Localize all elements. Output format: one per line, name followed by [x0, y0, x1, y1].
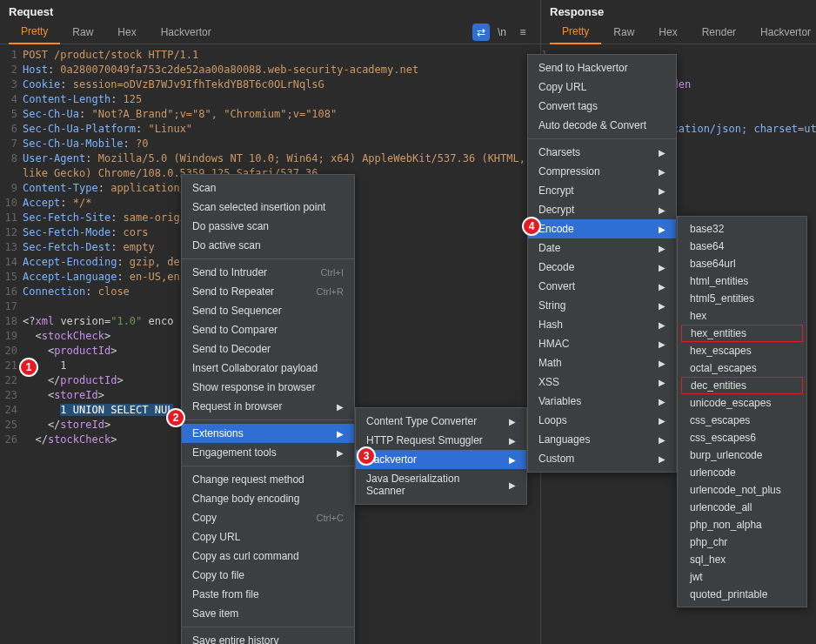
menu-item[interactable]: Change request method: [182, 470, 354, 489]
menu-item[interactable]: Send to Decoder: [182, 339, 354, 359]
tab-raw[interactable]: Raw: [60, 21, 105, 44]
encode-option[interactable]: octal_escapes: [678, 359, 806, 377]
menu-item[interactable]: Copy URL: [528, 77, 676, 97]
menu-item[interactable]: Send to Sequencer: [182, 301, 354, 320]
encode-option[interactable]: unicode_escapes: [678, 394, 806, 412]
encode-option[interactable]: sql_hex: [678, 551, 806, 568]
menu-item[interactable]: Extensions▶: [182, 424, 354, 443]
encode-option[interactable]: html_entities: [678, 272, 806, 290]
menu-item[interactable]: Date▶: [528, 238, 676, 258]
tab-pretty[interactable]: Pretty: [9, 20, 60, 44]
encode-option[interactable]: urlencode_all: [678, 499, 806, 516]
menu-item[interactable]: Charsets▶: [528, 143, 676, 162]
menu-item[interactable]: Math▶: [528, 353, 676, 372]
step-badge-1: 1: [19, 358, 38, 377]
hackvertor-submenu[interactable]: Send to HackvertorCopy URLConvert tagsAu…: [527, 54, 677, 473]
menu-item[interactable]: XSS▶: [528, 372, 676, 392]
menu-item[interactable]: Convert▶: [528, 277, 676, 296]
context-menu[interactable]: ScanScan selected insertion pointDo pass…: [181, 174, 355, 644]
encode-option[interactable]: hex_entities: [681, 325, 803, 342]
menu-item[interactable]: Do passive scan: [182, 217, 354, 236]
wrap-icon[interactable]: ⇄: [472, 23, 490, 41]
menu-item[interactable]: Do active scan: [182, 236, 354, 255]
encode-option[interactable]: hex_escapes: [678, 342, 806, 359]
menu-item[interactable]: Content Type Converter▶: [356, 412, 526, 431]
menu-item[interactable]: Decrypt▶: [528, 200, 676, 219]
menu-item[interactable]: Send to Hackvertor: [528, 58, 676, 77]
encode-option[interactable]: css_escapes6: [678, 429, 806, 446]
tab-render[interactable]: Render: [690, 21, 748, 44]
encode-option[interactable]: css_escapes: [678, 412, 806, 429]
menu-item[interactable]: Encrypt▶: [528, 181, 676, 200]
request-title: Request: [0, 0, 540, 20]
menu-item[interactable]: Loops▶: [528, 411, 676, 430]
tab-hackvertor[interactable]: Hackvertor: [149, 21, 224, 44]
request-tabs: Pretty Raw Hex Hackvertor ⇄ \n ≡: [0, 20, 540, 44]
menu-item[interactable]: Scan selected insertion point: [182, 198, 354, 217]
encode-submenu[interactable]: base32base64base64urlhtml_entitieshtml5_…: [677, 216, 807, 607]
menu-item[interactable]: CopyCtrl+C: [182, 508, 354, 527]
menu-item[interactable]: Show response in browser: [182, 378, 354, 397]
response-title: Response: [541, 0, 816, 20]
menu-item[interactable]: Java Deserialization Scanner▶: [356, 469, 526, 500]
menu-item[interactable]: Compression▶: [528, 162, 676, 181]
menu-item[interactable]: Auto decode & Convert: [528, 116, 676, 135]
menu-item[interactable]: Copy URL: [182, 527, 354, 547]
encode-option[interactable]: php_non_alpha: [678, 516, 806, 533]
encode-option[interactable]: burp_urlencode: [678, 446, 806, 464]
menu-item[interactable]: HMAC▶: [528, 334, 676, 353]
menu-item[interactable]: Hash▶: [528, 315, 676, 334]
newline-icon[interactable]: \n: [493, 23, 511, 41]
encode-option[interactable]: html5_entities: [678, 290, 806, 307]
menu-item[interactable]: Save entire history: [182, 631, 354, 644]
tab-raw[interactable]: Raw: [601, 21, 646, 44]
response-tabs: Pretty Raw Hex Render Hackvertor: [541, 20, 816, 44]
encode-option[interactable]: urlencode_not_plus: [678, 481, 806, 499]
encode-option[interactable]: urlencode: [678, 464, 806, 481]
tab-hex[interactable]: Hex: [646, 21, 689, 44]
encode-option[interactable]: base32: [678, 220, 806, 238]
menu-item[interactable]: Variables▶: [528, 392, 676, 411]
step-badge-4: 4: [522, 217, 541, 236]
hamburger-icon[interactable]: ≡: [514, 23, 532, 41]
encode-option[interactable]: hex: [678, 307, 806, 325]
menu-item[interactable]: Copy as curl command: [182, 547, 354, 566]
encode-option[interactable]: dec_entities: [681, 377, 803, 394]
encode-option[interactable]: base64url: [678, 255, 806, 272]
encode-option[interactable]: base64: [678, 238, 806, 255]
menu-item[interactable]: Encode▶: [528, 219, 676, 238]
menu-item[interactable]: Convert tags: [528, 97, 676, 116]
step-badge-3: 3: [357, 446, 376, 466]
menu-item[interactable]: String▶: [528, 296, 676, 315]
menu-item[interactable]: Languages▶: [528, 430, 676, 449]
menu-item[interactable]: HTTP Request Smuggler▶: [356, 431, 526, 450]
menu-item[interactable]: Send to RepeaterCtrl+R: [182, 282, 354, 301]
menu-item[interactable]: Save item: [182, 604, 354, 623]
menu-item[interactable]: Decode▶: [528, 258, 676, 277]
menu-item[interactable]: Paste from file: [182, 585, 354, 604]
menu-item[interactable]: Send to IntruderCtrl+I: [182, 263, 354, 282]
menu-item[interactable]: Send to Comparer: [182, 320, 354, 339]
menu-item[interactable]: Hackvertor▶: [356, 450, 526, 469]
menu-item[interactable]: Custom▶: [528, 449, 676, 468]
tab-hex[interactable]: Hex: [105, 21, 148, 44]
encode-option[interactable]: php_chr: [678, 533, 806, 551]
menu-item[interactable]: Engagement tools▶: [182, 443, 354, 462]
tab-pretty[interactable]: Pretty: [550, 20, 601, 44]
extensions-submenu[interactable]: Content Type Converter▶HTTP Request Smug…: [355, 407, 527, 505]
tab-hackvertor[interactable]: Hackvertor: [748, 21, 816, 44]
menu-item[interactable]: Insert Collaborator payload: [182, 359, 354, 378]
encode-option[interactable]: quoted_printable: [678, 586, 806, 603]
menu-item[interactable]: Request in browser▶: [182, 397, 354, 416]
step-badge-2: 2: [166, 408, 185, 427]
menu-item[interactable]: Change body encoding: [182, 489, 354, 508]
menu-item[interactable]: Scan: [182, 178, 354, 198]
menu-item[interactable]: Copy to file: [182, 566, 354, 585]
encode-option[interactable]: jwt: [678, 568, 806, 586]
